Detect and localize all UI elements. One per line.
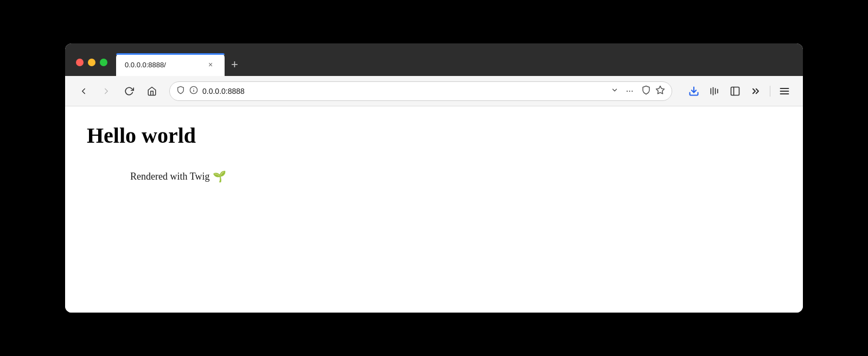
page-heading: Hello world [87, 123, 781, 148]
pocket-icon [641, 85, 651, 97]
reload-icon [124, 86, 134, 96]
toolbar-separator [770, 86, 770, 97]
tab-label: 0.0.0.0:8888/ [125, 61, 200, 69]
home-button[interactable] [142, 81, 162, 101]
new-tab-button[interactable]: + [225, 59, 245, 76]
extensions-icon [750, 86, 761, 97]
bookmark-icon [655, 85, 665, 97]
address-bar[interactable]: 0.0.0.0:8888 ··· [169, 81, 672, 101]
browser-window: 0.0.0.0:8888/ × + [65, 43, 803, 313]
toolbar-right [684, 81, 794, 101]
url-text: 0.0.0.0:8888 [202, 87, 607, 96]
page-subtext: Rendered with Twig 🌱 [130, 170, 781, 183]
page-content: Hello world Rendered with Twig 🌱 [65, 106, 803, 313]
library-button[interactable] [705, 81, 724, 101]
extensions-button[interactable] [746, 81, 765, 101]
close-button[interactable] [76, 59, 84, 66]
tab-close-button[interactable]: × [205, 59, 216, 70]
rendered-with-twig-text: Rendered with Twig [130, 171, 209, 182]
navigation-bar: 0.0.0.0:8888 ··· [65, 76, 803, 106]
minimize-button[interactable] [88, 59, 95, 66]
tabs-area: 0.0.0.0:8888/ × + [116, 43, 803, 76]
menu-icon [779, 86, 790, 97]
back-button[interactable] [74, 81, 93, 101]
active-tab[interactable]: 0.0.0.0:8888/ × [116, 53, 225, 76]
sidebar-button[interactable] [725, 81, 745, 101]
forward-button[interactable] [97, 81, 116, 101]
home-icon [147, 86, 157, 96]
reload-button[interactable] [119, 81, 139, 101]
chevron-down-icon [611, 86, 618, 96]
download-button[interactable] [684, 81, 704, 101]
window-controls [76, 59, 116, 76]
title-bar: 0.0.0.0:8888/ × + [65, 43, 803, 76]
forward-icon [101, 86, 111, 96]
back-icon [79, 86, 88, 96]
sidebar-icon [730, 86, 741, 97]
library-icon [709, 86, 720, 97]
menu-button[interactable] [775, 81, 794, 101]
shield-icon [176, 86, 185, 96]
svg-rect-9 [731, 87, 739, 95]
info-icon [189, 86, 198, 96]
more-options-button[interactable]: ··· [623, 86, 637, 96]
twig-emoji: 🌱 [213, 170, 226, 183]
download-icon [688, 86, 699, 97]
svg-marker-3 [656, 86, 665, 93]
maximize-button[interactable] [100, 59, 107, 66]
